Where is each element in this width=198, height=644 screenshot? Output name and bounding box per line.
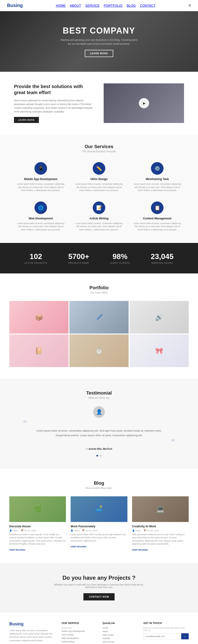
blog-title-1: Work Passionately (70, 525, 127, 528)
nav-link-contact[interactable]: CONTACT (140, 4, 156, 8)
hero-subtitle: Starting and growing your own business i… (60, 38, 138, 46)
services-subtitle: The Ultimate Business Template (14, 150, 184, 153)
testimonial-quote: Lorem ipsum dolor sit amet, consectetur … (29, 428, 169, 438)
stat-number-3: 23,045 (151, 252, 174, 261)
portfolio-item-2[interactable]: 🔊 (130, 301, 189, 334)
nav-link-about[interactable]: ABOUT (70, 4, 81, 8)
navbar: Busing HOMEABOUTSERVICEPORTFOLIOBLOGCONT… (0, 0, 198, 11)
blog-meta-0: 👤 Admin 📅 Oct 30, 2020 (9, 530, 66, 532)
footer-quick-link[interactable]: Term Of Use (102, 641, 136, 643)
portfolio-placeholder-0: 📦 (9, 301, 68, 334)
service-card-2: ⚙️ Wireframing Task Lorem ipsum dolor si… (130, 160, 184, 194)
hamburger-icon[interactable]: ≡ (188, 3, 191, 8)
footer-email-row: → (144, 633, 189, 639)
blog-author-1: 👤 Admin (70, 530, 80, 532)
portfolio-item-5[interactable]: 🎀 (130, 334, 189, 367)
blog-card-0: 🌿 Decorate House 👤 Admin 📅 Oct 30, 2020 … (9, 496, 66, 551)
blog-read-more-1[interactable]: KEEP READING (70, 546, 86, 548)
stats-section: 102 ACTIVE PROJECTS 5700+ PROJECTS DONE … (0, 243, 198, 274)
cta-contact-button[interactable]: CONTACT NOW (84, 593, 114, 600)
hero-section: BEST COMPANY Starting and growing your o… (0, 11, 198, 72)
nav-link-portfolio[interactable]: PORTFOLIO (104, 4, 122, 8)
footer-quicklinks-col: QuickLink HomeAboutHelp CenterPortfolioT… (102, 622, 136, 644)
service-card-3: 🌐 Web Development Lorem ipsum dolor sit … (14, 199, 68, 234)
blog-image-2: 💻 (132, 496, 189, 522)
testimonial-title: Testimonial (23, 390, 175, 396)
about-learn-more-button[interactable]: LEARN MORE (14, 117, 39, 123)
footer-email-submit[interactable]: → (181, 633, 189, 639)
portfolio-item-1[interactable]: 🖊️ (70, 301, 128, 334)
stat-item-2: 98% HAPPY CLIENTS (110, 252, 130, 264)
footer-grid: Busing Lorem ipsum dolor sit amet, conse… (9, 622, 189, 644)
blog-image-0: 🌿 (9, 496, 66, 522)
portfolio-item-4[interactable]: ⏱️ (70, 334, 128, 367)
stat-number-0: 102 (24, 252, 47, 261)
play-button[interactable] (139, 98, 149, 108)
footer-quick-link[interactable]: Home (102, 627, 136, 629)
blog-grid: 🌿 Decorate House 👤 Admin 📅 Oct 30, 2020 … (9, 496, 189, 551)
about-section: Provide the best solutions with great te… (0, 72, 198, 134)
testimonial-avatar: 👤 (93, 406, 105, 418)
stat-label-0: ACTIVE PROJECTS (24, 262, 47, 264)
footer: Busing Lorem ipsum dolor sit amet, conse… (0, 612, 198, 644)
blog-author-2: 👤 Admin (132, 530, 141, 532)
blog-excerpt-0: Sampling out while in every day life. In… (9, 533, 66, 546)
about-title: Provide the best solutions with great te… (14, 84, 94, 96)
about-video (104, 84, 184, 123)
blog-image-1: 🛋️ (70, 496, 127, 522)
footer-service-link[interactable]: Mobile App Development (62, 630, 96, 632)
footer-service-link[interactable]: Article Writing (62, 640, 96, 643)
portfolio-item-3[interactable]: 📔 (9, 334, 68, 367)
blog-author-0: 👤 Admin (9, 530, 18, 532)
stat-label-3: WORKING HOURS (151, 262, 174, 264)
blog-card-2: 💻 Creativity At Work 👤 Admin 📅 Oct 08, 2… (132, 496, 189, 551)
footer-email-input[interactable] (144, 633, 181, 639)
nav-logo[interactable]: Busing (7, 3, 23, 8)
service-card-5: 📋 Content Management Lorem ipsum dolor s… (130, 199, 184, 234)
hero-cta-button[interactable]: LEARN MORE (85, 50, 113, 57)
services-title: Our Services (14, 144, 184, 149)
service-desc-2: Lorem ipsum dolor sit amet, consectetur … (133, 182, 182, 192)
portfolio-item-0[interactable]: 📦 (9, 301, 68, 334)
about-text: Provide the best solutions with great te… (14, 84, 94, 123)
portfolio-section: Portfolio Our Latest Work 📦🖊️🔊📔⏱️🎀 (0, 274, 198, 379)
blog-read-more-0[interactable]: KEEP READING (9, 549, 25, 551)
blog-title-2: Creativity At Work (132, 525, 189, 528)
service-icon-4: 📝 (93, 202, 105, 214)
stat-label-2: HAPPY CLIENTS (110, 262, 130, 264)
blog-meta-1: 👤 Admin 📅 Oct 14, 2020 (70, 530, 127, 532)
blog-section: Blog Most excellent Blog styles 🌿 Decora… (0, 469, 198, 563)
testimonial-dots (23, 454, 175, 457)
footer-contact-col: GET IN TOUCH Enter your email and receiv… (144, 622, 189, 644)
blog-card-1: 🛋️ Work Passionately 👤 Admin 📅 Oct 14, 2… (70, 496, 127, 551)
service-icon-5: 📋 (151, 202, 164, 214)
footer-quick-link[interactable]: Help Center (102, 634, 136, 636)
footer-service-link[interactable]: Web Development (62, 637, 96, 639)
service-title-1: UI/Ux Design (74, 178, 124, 181)
services-grid: 📱 Mobile App Development Lorem ipsum dol… (14, 160, 184, 234)
portfolio-placeholder-3: 📔 (9, 334, 68, 367)
footer-service-link[interactable]: UI/Ux Design (62, 634, 96, 636)
nav-link-service[interactable]: SERVICE (85, 4, 100, 8)
blog-read-more-2[interactable]: KEEP READING (132, 549, 148, 551)
footer-quick-link[interactable]: Portfolio (102, 637, 136, 640)
testimonial-author: — Amelia Wily, MarTech (23, 448, 175, 450)
service-desc-4: Lorem ipsum dolor sit amet, consectetur … (74, 222, 124, 232)
testimonial-subtitle: What our clients say (23, 397, 175, 399)
service-icon-1: ✏️ (93, 162, 105, 175)
dot-inactive[interactable] (100, 455, 102, 456)
blog-title-0: Decorate House (9, 525, 66, 528)
blog-date-1: 📅 Oct 14, 2020 (82, 530, 97, 532)
footer-quicklinks-title: QuickLink (102, 622, 136, 624)
service-card-0: 📱 Mobile App Development Lorem ipsum dol… (14, 160, 68, 194)
service-title-5: Content Management (133, 217, 182, 220)
footer-quick-link[interactable]: About (102, 630, 136, 632)
stat-number-1: 5700+ (68, 252, 89, 261)
services-section: Our Services The Ultimate Business Templ… (0, 134, 198, 243)
dot-active[interactable] (96, 455, 98, 456)
quote-mark-right: " (23, 440, 175, 445)
nav-link-blog[interactable]: BLOG (127, 4, 136, 8)
blog-title: Blog (9, 480, 189, 486)
nav-link-home[interactable]: HOME (56, 4, 66, 8)
portfolio-grid: 📦🖊️🔊📔⏱️🎀 (9, 301, 189, 367)
